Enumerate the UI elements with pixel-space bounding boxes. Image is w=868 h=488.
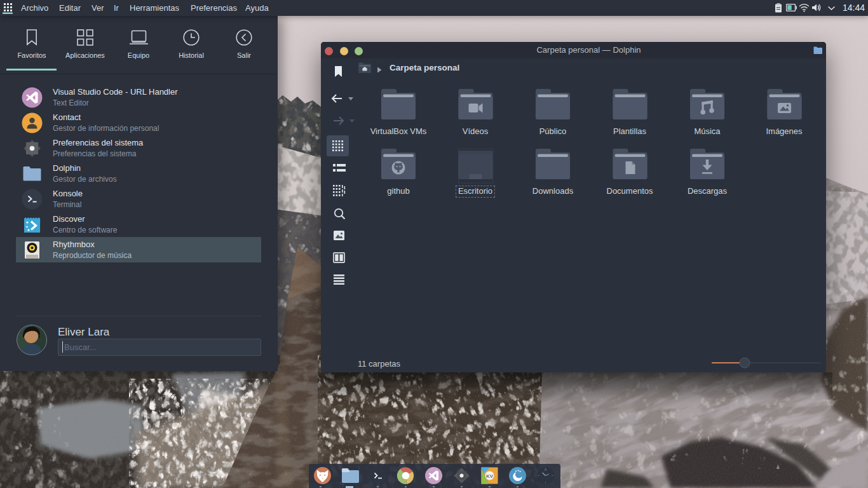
svg-text:KV: KV bbox=[486, 473, 494, 479]
svg-text:12: 12 bbox=[544, 468, 547, 471]
